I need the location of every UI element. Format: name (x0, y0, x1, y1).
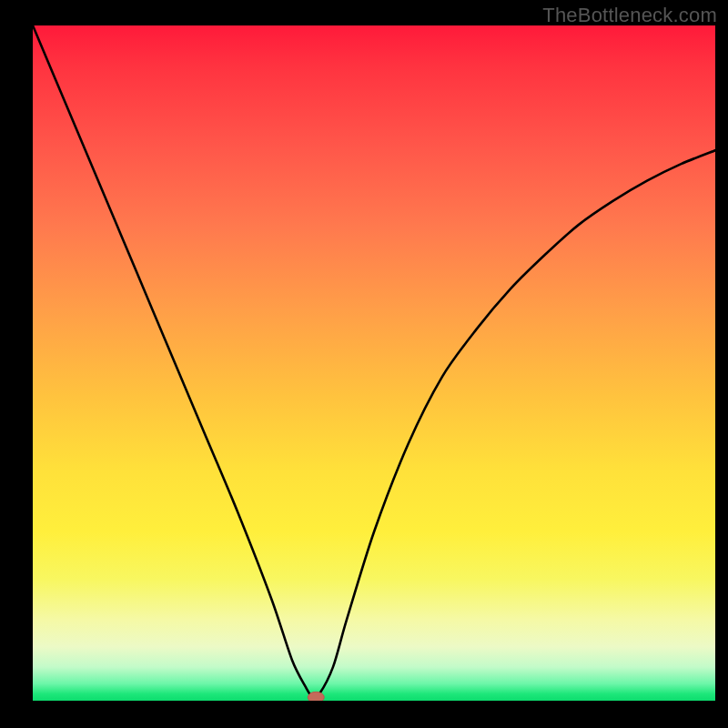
gradient-background (33, 25, 715, 701)
watermark-text: TheBottleneck.com (542, 4, 717, 27)
frame-bottom (0, 701, 728, 728)
frame-left (0, 0, 33, 728)
chart-area (33, 25, 715, 701)
frame-right (715, 0, 728, 728)
